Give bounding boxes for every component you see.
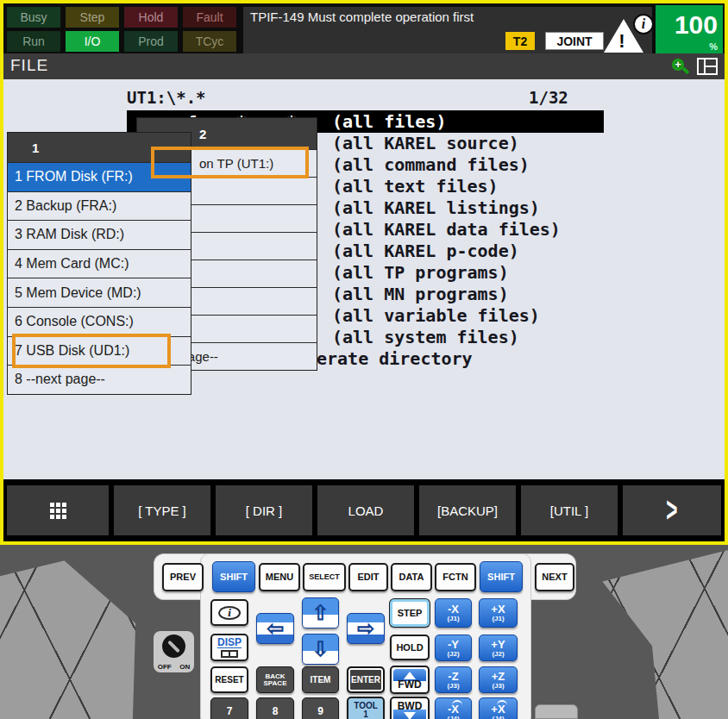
led-step: Step [66, 7, 119, 28]
fkey-dir[interactable]: [ DIR ] [216, 485, 312, 535]
annotation-box-tp-ut1 [151, 147, 309, 178]
file-path: UT1:\*.* [127, 88, 206, 107]
split-horizontal-line [706, 66, 716, 67]
key-data[interactable]: DATA [391, 563, 432, 591]
alarm-message: TPIF-149 Must complete operation first [250, 9, 474, 24]
override-speed-unit: % [709, 41, 718, 52]
floor-grid-right [590, 545, 728, 719]
key-jog-plus-x-j4[interactable]: +X(J4) [479, 697, 518, 719]
floor-grid-left [0, 545, 140, 719]
zoom-icon[interactable]: + [671, 58, 690, 77]
grid-icon [50, 503, 66, 519]
fkey-load[interactable]: LOAD [317, 485, 414, 535]
led-io: I/O [66, 31, 119, 52]
key-jog-minus-x-j4[interactable]: -X(J4) [435, 697, 472, 719]
key-arrow-up[interactable]: ⇧ [302, 597, 339, 628]
led-fault: Fault [183, 7, 236, 28]
key-step[interactable]: STEP [390, 599, 430, 627]
key-backspace[interactable]: BACKSPACE [256, 666, 294, 693]
mode-badge: T2 [505, 32, 535, 50]
key-jog-minus-x-j1[interactable]: -X(J1) [435, 598, 472, 628]
partial-gray-key[interactable] [535, 704, 578, 719]
fkey-backup[interactable]: [BACKUP] [419, 485, 516, 535]
annotation-box-usb-disk [12, 334, 171, 368]
screen-title-bar: FILE + [3, 53, 725, 79]
status-bar: Busy Step Hold Fault Run I/O Prod TCyc T… [3, 3, 725, 53]
key-item[interactable]: ITEM [302, 666, 339, 693]
coord-system-badge: JOINT [545, 32, 604, 50]
exclamation-mark: ! [616, 30, 628, 53]
override-speed-value: 100 [656, 10, 718, 40]
switch-slot [167, 641, 180, 653]
info-icon: i [218, 606, 241, 620]
screen-title: FILE [10, 56, 48, 75]
rotation-arc-icon [497, 700, 507, 705]
device-menu-item[interactable]: 2 Backup (FRA:) [8, 191, 191, 221]
key-jog-minus-z-j3[interactable]: -Z(J3) [435, 666, 472, 693]
alarm-message-box: TPIF-149 Must complete operation first T… [243, 7, 652, 53]
selected-row-label: (all files) [332, 110, 446, 133]
key-jog-plus-z-j3[interactable]: +Z(J3) [479, 666, 518, 693]
bwd-arrow-band [393, 710, 426, 719]
key-reset[interactable]: RESET [210, 666, 248, 693]
menu-grid-button[interactable] [7, 485, 109, 535]
switch-knob-icon [162, 635, 185, 658]
roboguide-teach-pendant: Busy Step Hold Fault Run I/O Prod TCyc T… [0, 0, 728, 719]
switch-off-label: OFF [158, 663, 172, 671]
device-menu-item[interactable]: 4 Mem Card (MC:) [8, 249, 191, 278]
key-9[interactable]: 9 [302, 697, 339, 719]
key-prev[interactable]: PREV [162, 563, 204, 591]
device-menu-item[interactable]: 5 Mem Device (MD:) [8, 278, 191, 307]
chevron-right-icon: > [666, 491, 677, 530]
key-8[interactable]: 8 [256, 697, 294, 719]
key-menu[interactable]: MENU [259, 563, 300, 591]
key-info[interactable]: i [210, 599, 248, 626]
key-hold[interactable]: HOLD [390, 635, 430, 660]
fkey-util[interactable]: [UTIL ] [521, 485, 618, 535]
key-disp[interactable]: DISP [210, 634, 248, 661]
magnifier-handle [682, 67, 689, 74]
led-run: Run [7, 31, 60, 52]
function-key-bar: [ TYPE ] [ DIR ] LOAD [BACKUP] [UTIL ] > [3, 479, 725, 541]
key-7[interactable]: 7 [210, 697, 248, 719]
key-arrow-left[interactable]: ⇦ [256, 613, 294, 644]
key-fwd[interactable]: FWD [390, 666, 430, 694]
led-busy: Busy [7, 7, 60, 28]
key-jog-minus-y-j2[interactable]: -Y(J2) [435, 635, 472, 661]
led-hold: Hold [124, 7, 178, 28]
key-edit[interactable]: EDIT [348, 563, 388, 591]
cursor-position: 1/32 [529, 88, 568, 107]
override-speed-box: 100 % [656, 5, 723, 53]
fkey-next-page[interactable]: > [623, 485, 721, 535]
key-shift-left[interactable]: SHIFT [212, 561, 255, 592]
info-circle-icon: i [633, 14, 654, 34]
key-arrow-down[interactable]: ⇩ [302, 634, 339, 665]
key-enter[interactable]: ENTER [347, 666, 385, 693]
generate-directory-hint: erate directory [317, 348, 473, 370]
key-jog-plus-x-j1[interactable]: +X(J1) [479, 598, 518, 628]
rotation-arc-icon [452, 700, 462, 705]
split-window-icon[interactable] [697, 58, 718, 75]
key-fctn[interactable]: FCTN [435, 563, 476, 591]
alarm-warning-icon[interactable]: ! i [602, 14, 657, 53]
led-tcyc: TCyc [183, 31, 236, 52]
device-menu-item[interactable]: 8 --next page-- [8, 365, 191, 394]
key-tool-1[interactable]: TOOL1 [347, 697, 385, 719]
key-select[interactable]: SELECT [303, 563, 346, 591]
key-bwd[interactable]: BWD [390, 697, 430, 719]
display-split-icon [221, 650, 238, 658]
teach-pendant-screen: Busy Step Hold Fault Run I/O Prod TCyc T… [0, 0, 728, 545]
fkey-type[interactable]: [ TYPE ] [114, 485, 210, 535]
device-menu-item[interactable]: 6 Console (CONS:) [8, 307, 191, 336]
pendant-body: OFF ON PREV SHIFT MENU SELECT EDIT DATA … [0, 545, 728, 719]
key-jog-plus-y-j2[interactable]: +Y(J2) [479, 635, 518, 661]
key-shift-right[interactable]: SHIFT [480, 561, 523, 592]
switch-on-label: ON [179, 663, 190, 671]
device-menu-item[interactable]: 3 RAM Disk (RD:) [8, 220, 191, 249]
key-arrow-right[interactable]: ⇨ [347, 613, 385, 644]
led-prod: Prod [124, 31, 178, 52]
key-next[interactable]: NEXT [535, 563, 574, 591]
onoff-switch[interactable]: OFF ON [154, 631, 194, 672]
file-screen-content: UT1:\*.* 1/32 1 * * (all files) (all KAR… [3, 79, 725, 479]
